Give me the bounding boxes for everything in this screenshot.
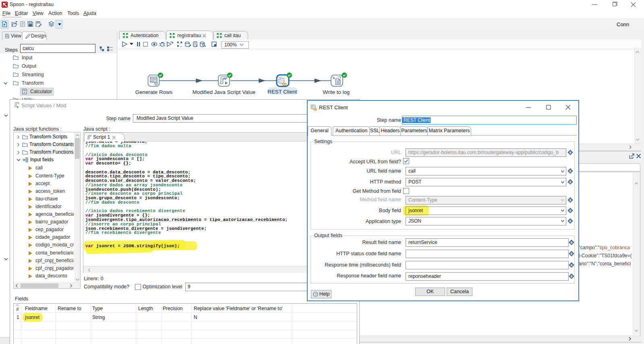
svg-text:JS: JS xyxy=(223,77,227,80)
svg-text:REST Client: REST Client xyxy=(267,89,297,95)
svg-text:$: $ xyxy=(571,241,572,244)
svg-text:$: $ xyxy=(571,264,572,267)
svg-text:Modified Java Script Value: Modified Java Script Value xyxy=(193,89,255,95)
svg-text:Write to log: Write to log xyxy=(323,89,350,95)
svg-text:Generate Rows: Generate Rows xyxy=(135,89,173,95)
svg-text:?: ? xyxy=(315,292,317,296)
svg-text:$: $ xyxy=(569,220,571,223)
svg-text:REST: REST xyxy=(278,76,282,78)
svg-text:$: $ xyxy=(569,170,571,173)
svg-text:$: $ xyxy=(571,275,572,278)
svg-text:$: $ xyxy=(569,181,571,183)
svg-text:$: $ xyxy=(569,151,571,154)
svg-text:$: $ xyxy=(569,209,571,212)
svg-text:$: $ xyxy=(569,199,571,202)
svg-text:$: $ xyxy=(571,252,572,255)
